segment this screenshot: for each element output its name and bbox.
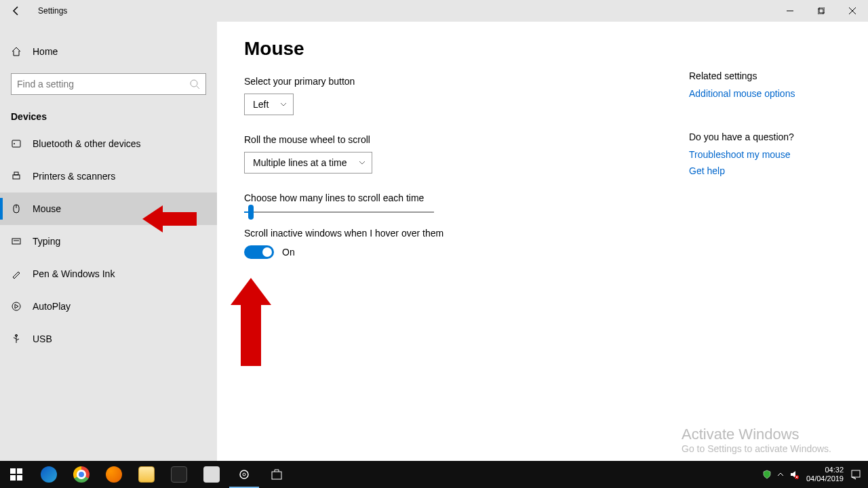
svg-rect-22: [10, 475, 16, 481]
taskbar[interactable]: 04:32 04/04/2019: [0, 461, 868, 488]
page-title: Mouse: [244, 38, 841, 60]
sidebar: Home Devices Bluetooth & other devices P…: [0, 22, 217, 461]
window-controls: [774, 0, 868, 22]
sidebar-item-label: Pen & Windows Ink: [33, 268, 115, 279]
svg-rect-30: [852, 470, 860, 477]
svg-marker-19: [231, 278, 271, 366]
roll-wheel-dropdown[interactable]: Multiple lines at a time: [244, 152, 372, 174]
svg-marker-18: [142, 205, 197, 232]
taskbar-settings[interactable]: [228, 461, 260, 488]
sidebar-item-label: USB: [33, 333, 52, 344]
link-troubleshoot[interactable]: Troubleshoot my mouse: [689, 149, 852, 160]
sidebar-home[interactable]: Home: [0, 38, 217, 65]
annotation-arrow-left: [142, 202, 197, 236]
activate-sub: Go to Settings to activate Windows.: [682, 443, 831, 454]
link-additional-mouse-options[interactable]: Additional mouse options: [689, 88, 852, 99]
scroll-inactive-toggle[interactable]: [244, 245, 274, 259]
autoplay-icon: [11, 301, 22, 312]
search-icon: [189, 79, 200, 89]
sidebar-home-label: Home: [33, 46, 58, 57]
taskbar-chrome[interactable]: [65, 461, 98, 488]
link-get-help[interactable]: Get help: [689, 165, 852, 176]
tray-notifications-icon[interactable]: [849, 461, 863, 488]
tray-volume-icon[interactable]: [787, 461, 801, 488]
tray-clock[interactable]: 04:32 04/04/2019: [806, 466, 844, 483]
taskbar-edge[interactable]: [33, 461, 65, 488]
svg-point-25: [243, 473, 245, 476]
dropdown-value: Left: [253, 99, 269, 110]
maximize-button[interactable]: [806, 0, 837, 22]
pen-icon: [11, 268, 22, 279]
svg-rect-2: [819, 7, 825, 13]
taskbar-explorer[interactable]: [130, 461, 163, 488]
usb-icon: [11, 333, 22, 344]
scroll-inactive-label: Scroll inactive windows when I hover ove…: [244, 228, 841, 239]
bluetooth-icon: [11, 138, 22, 149]
annotation-arrow-up: [231, 278, 271, 366]
window-title: Settings: [38, 6, 67, 16]
keyboard-icon: [11, 236, 22, 247]
tray-date: 04/04/2019: [806, 474, 844, 483]
chevron-down-icon: [358, 159, 366, 167]
primary-button-dropdown[interactable]: Left: [244, 94, 294, 115]
svg-rect-21: [17, 468, 22, 474]
search-input[interactable]: [17, 79, 189, 89]
sidebar-item-pen[interactable]: Pen & Windows Ink: [0, 258, 217, 290]
lines-slider[interactable]: [244, 211, 434, 213]
tray-time: 04:32: [806, 466, 844, 474]
sidebar-item-label: AutoPlay: [33, 301, 71, 312]
svg-point-5: [191, 80, 197, 87]
svg-point-15: [12, 302, 20, 310]
back-button[interactable]: [0, 0, 33, 22]
question-header: Do you have a question?: [689, 131, 852, 142]
svg-rect-1: [818, 9, 823, 14]
sidebar-item-autoplay[interactable]: AutoPlay: [0, 290, 217, 323]
svg-rect-13: [12, 239, 20, 244]
taskbar-terminal[interactable]: [163, 461, 195, 488]
search-box[interactable]: [11, 73, 206, 95]
tray-up-icon[interactable]: [774, 461, 787, 488]
related-panel: Related settings Additional mouse option…: [689, 70, 852, 182]
svg-rect-7: [12, 140, 20, 147]
printer-icon: [11, 171, 22, 182]
sidebar-item-label: Printers & scanners: [33, 171, 115, 182]
taskbar-firefox[interactable]: [98, 461, 130, 488]
taskbar-app[interactable]: [195, 461, 228, 488]
svg-rect-26: [272, 472, 281, 479]
sidebar-section-header: Devices: [0, 95, 217, 127]
sidebar-item-label: Mouse: [33, 203, 61, 214]
dropdown-value: Multiple lines at a time: [253, 157, 347, 168]
chevron-down-icon: [279, 100, 288, 108]
sidebar-item-usb[interactable]: USB: [0, 323, 217, 355]
lines-label: Choose how many lines to scroll each tim…: [244, 192, 841, 203]
sidebar-item-label: Bluetooth & other devices: [33, 138, 141, 149]
svg-rect-23: [17, 475, 22, 481]
svg-rect-9: [13, 175, 20, 179]
home-icon: [11, 46, 22, 57]
toggle-state-label: On: [282, 247, 295, 258]
sidebar-item-printers[interactable]: Printers & scanners: [0, 160, 217, 192]
svg-rect-20: [10, 468, 16, 474]
slider-thumb[interactable]: [248, 205, 254, 220]
start-button[interactable]: [0, 461, 33, 488]
svg-line-6: [197, 86, 199, 89]
svg-point-24: [240, 470, 248, 479]
tray-shield-icon[interactable]: [760, 461, 774, 488]
close-button[interactable]: [837, 0, 868, 22]
svg-point-8: [14, 143, 15, 144]
activate-title: Activate Windows: [682, 426, 831, 443]
activate-watermark: Activate Windows Go to Settings to activ…: [682, 426, 831, 454]
related-header: Related settings: [689, 70, 852, 81]
mouse-icon: [11, 203, 22, 214]
svg-rect-10: [14, 172, 18, 175]
taskbar-store[interactable]: [260, 461, 293, 488]
sidebar-item-label: Typing: [33, 236, 60, 247]
system-tray[interactable]: 04:32 04/04/2019: [760, 461, 868, 488]
titlebar: Settings: [0, 0, 868, 22]
sidebar-item-bluetooth[interactable]: Bluetooth & other devices: [0, 127, 217, 160]
minimize-button[interactable]: [774, 0, 806, 22]
